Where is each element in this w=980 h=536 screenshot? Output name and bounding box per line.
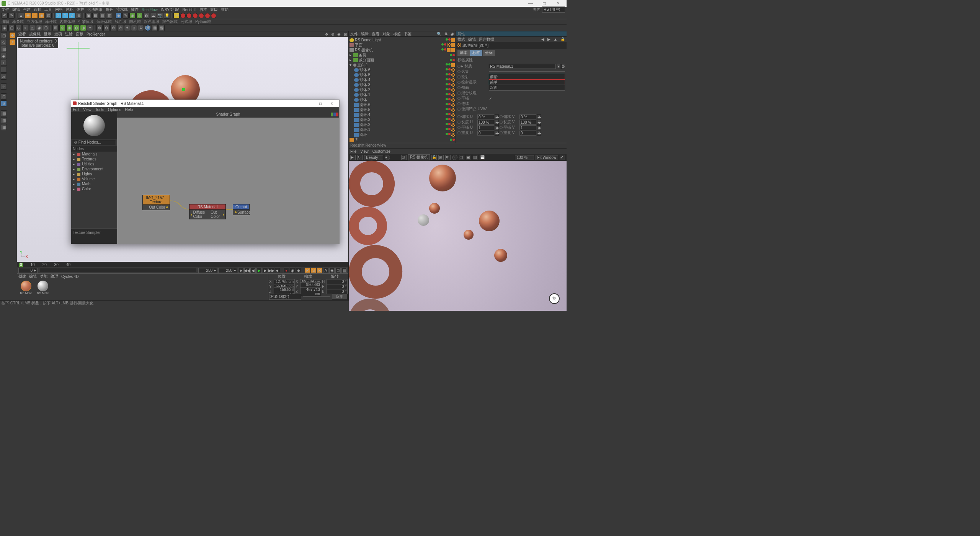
tool-icon[interactable]: ⊕	[96, 25, 103, 31]
tag-icon[interactable]	[451, 83, 455, 87]
render-settings-button[interactable]: ▤	[99, 13, 105, 19]
record-p-button[interactable]	[180, 13, 186, 18]
tag-icon[interactable]	[448, 98, 451, 100]
clear-icon[interactable]: ⊙	[561, 64, 565, 69]
tool-icon[interactable]: ▩	[158, 25, 165, 31]
snapshot3-icon[interactable]: ▤	[473, 155, 478, 160]
material-swatch[interactable]: RS Mate	[18, 281, 34, 297]
in-port[interactable]: Diffuse Color	[191, 210, 208, 219]
nav-icon[interactable]: ✥	[325, 32, 328, 36]
attr-tab-basic[interactable]: 基本	[457, 50, 470, 56]
key-pla-button[interactable]: ◉	[329, 268, 335, 273]
attr-menu-item[interactable]: 模式	[457, 37, 465, 42]
tag-icon[interactable]	[451, 123, 455, 127]
attr-menu-item[interactable]: 用户数据	[479, 37, 494, 42]
anim-dot-icon[interactable]	[457, 86, 461, 89]
psr-button[interactable]: PSR	[173, 13, 180, 19]
environment-button[interactable]: ☁	[150, 13, 156, 19]
keyframe-button[interactable]: ◆	[296, 268, 301, 273]
record-s-button[interactable]	[186, 13, 192, 18]
make-editable-button[interactable]: ▢	[1, 32, 7, 38]
render-start-button[interactable]: ▶	[350, 155, 356, 160]
menu-item[interactable]: 角色	[106, 7, 113, 12]
tool-icon[interactable]: ○	[22, 25, 28, 31]
tool-icon[interactable]: ◉	[36, 25, 42, 31]
tag-icon[interactable]	[448, 93, 451, 95]
axis-x-button[interactable]: X	[55, 13, 61, 19]
modal-menu-item[interactable]: Options	[108, 108, 121, 112]
anim-dot-icon[interactable]	[457, 102, 461, 105]
timeline-range-slider[interactable]	[40, 268, 196, 272]
field-button[interactable]: 跟色器域	[162, 19, 178, 25]
attr-value-field[interactable]: 0 %	[477, 114, 494, 119]
node-category[interactable]: ▸Math	[71, 181, 117, 186]
rotate-tool[interactable]: ◉	[39, 13, 45, 19]
node-category[interactable]: ▸Lights	[71, 172, 117, 176]
undo-button[interactable]: ↶	[2, 13, 8, 19]
save-icon[interactable]: 💾	[480, 155, 485, 160]
mat-menu-item[interactable]: 编辑	[29, 274, 37, 279]
circle-icon[interactable]: ○	[452, 155, 457, 160]
vp-menu-item[interactable]: 摄像机	[29, 31, 41, 37]
tool-icon[interactable]: QR	[145, 25, 151, 31]
attr-value-field[interactable]: 1	[477, 125, 494, 130]
tag-icon[interactable]	[446, 103, 448, 105]
spinner-icon[interactable]: ◂▸	[537, 114, 541, 119]
anim-dot-icon[interactable]	[457, 75, 461, 78]
tag-icon[interactable]	[444, 43, 446, 46]
camera-button[interactable]: 📷	[157, 13, 163, 19]
modal-minimize[interactable]: —	[303, 101, 315, 106]
key-a-button[interactable]: A	[323, 268, 328, 273]
light-button[interactable]: 💡	[164, 13, 170, 19]
field-button[interactable]: 引擎体域	[78, 19, 93, 25]
tag-icon[interactable]	[452, 54, 455, 56]
modal-close[interactable]: ×	[326, 101, 338, 106]
render-fit-select[interactable]: Fit Window	[536, 155, 558, 160]
recent-tool[interactable]: ⊡	[46, 13, 52, 19]
tag-icon[interactable]	[446, 63, 448, 65]
picker-icon[interactable]: ▸	[557, 64, 560, 69]
tag-icon[interactable]	[452, 139, 455, 141]
object-row[interactable]: 圆环.5	[349, 107, 456, 112]
viewport-solo2-button[interactable]: ▥	[1, 117, 7, 123]
out-port[interactable]: Out Color	[211, 210, 224, 219]
layout-select[interactable]: RS (用户)	[542, 7, 565, 13]
tag-icon[interactable]	[448, 38, 451, 41]
expand-icon[interactable]: ▾	[350, 63, 353, 67]
menu-item[interactable]: RealFlow	[142, 8, 158, 12]
tag-icon[interactable]	[448, 108, 451, 110]
expand-icon[interactable]: ▸	[350, 58, 353, 62]
material-node[interactable]: RS Material Diffuse Color Out Color	[189, 204, 226, 219]
spinner-icon[interactable]: ◂▸	[495, 131, 499, 136]
modal-titlebar[interactable]: Redshift Shader Graph - RS Material.1 — …	[71, 100, 339, 107]
attr-value-field[interactable]: RS Material.1	[489, 64, 556, 69]
shader-graph-canvas[interactable]: IMG_2157 - Texture Out Color RS Material…	[117, 118, 339, 244]
grid-icon[interactable]: ⊞	[438, 155, 444, 160]
expand-icon[interactable]: ▸	[350, 53, 353, 57]
render-zoom-field[interactable]: 130 %	[515, 155, 534, 160]
shader-graph-window[interactable]: Redshift Shader Graph - RS Material.1 — …	[71, 100, 340, 244]
object-row[interactable]: 圆环.4	[349, 112, 456, 117]
tool-icon[interactable]: ⚹	[131, 25, 137, 31]
autokey-button[interactable]: ◉	[290, 268, 295, 273]
tool-icon[interactable]: ◈	[2, 25, 8, 31]
tag-icon[interactable]	[448, 83, 451, 85]
expand-icon[interactable]: ▸	[73, 187, 76, 191]
attr-tab-coord[interactable]: 坐标	[483, 50, 495, 56]
tag-icon[interactable]	[446, 113, 448, 115]
om-menu-item[interactable]: 标签	[393, 31, 401, 37]
anim-dot-icon[interactable]	[457, 81, 461, 84]
tag-icon[interactable]	[448, 133, 451, 135]
attr-value-field[interactable]: 0 %	[519, 114, 536, 119]
expand-icon[interactable]: ▸	[73, 182, 76, 186]
node-category[interactable]: ▸Color	[71, 186, 117, 191]
menu-item[interactable]: INSYDIUM	[161, 8, 180, 12]
render-refresh-button[interactable]: ↻	[357, 155, 363, 160]
tag-icon[interactable]	[446, 88, 448, 90]
tool-icon[interactable]: ✦	[87, 25, 93, 31]
object-row[interactable]: 球体.4	[349, 77, 456, 82]
tag-icon[interactable]	[448, 128, 451, 130]
play-button[interactable]: ▶	[256, 268, 262, 273]
node-category[interactable]: ▸Utilities	[71, 162, 117, 167]
window-maximize[interactable]: □	[537, 1, 551, 6]
